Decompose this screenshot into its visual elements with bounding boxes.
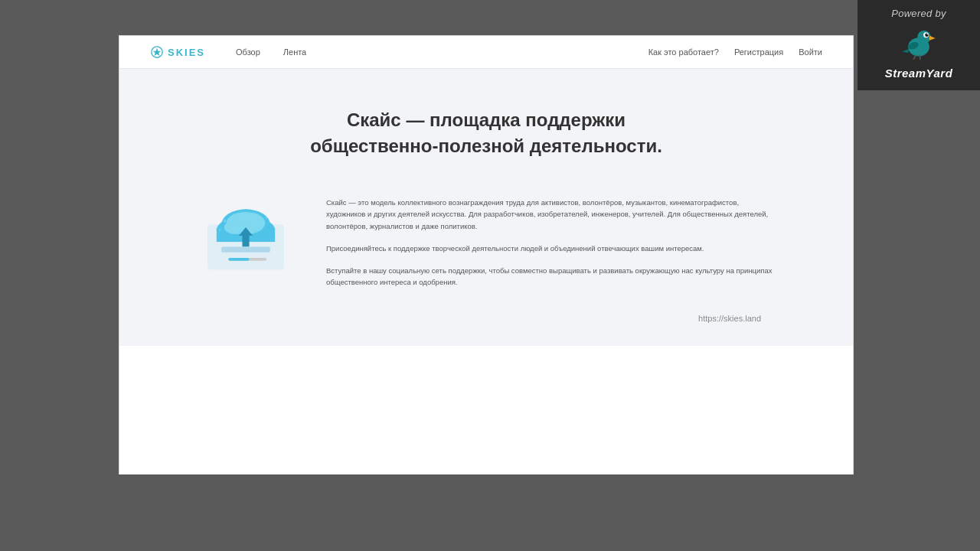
nav-right-links: Как это работает? Регистрация Войти <box>648 47 822 57</box>
nav-link-login[interactable]: Войти <box>799 47 822 57</box>
powered-by-label: Powered by <box>891 8 946 19</box>
paragraph-2: Присоединяйтесь к поддержке творческой д… <box>326 243 776 254</box>
website-url: https://skies.land <box>196 314 776 323</box>
website-content: Скайс — площадка поддержки общественно-п… <box>119 69 853 346</box>
svg-marker-9 <box>902 49 909 53</box>
svg-line-7 <box>913 55 916 60</box>
streamyard-name-label: StreamYard <box>885 67 953 80</box>
website-nav: SKIES Обзор Лента Как это работает? Реги… <box>119 36 853 69</box>
main-heading: Скайс — площадка поддержки общественно-п… <box>196 107 776 158</box>
nav-link-how[interactable]: Как это работает? <box>648 47 719 57</box>
svg-point-1 <box>917 31 930 44</box>
url-text: https://skies.land <box>698 314 761 323</box>
content-section: Скайс — это модель коллективного вознагр… <box>196 197 776 298</box>
nav-left-links: Обзор Лента <box>236 47 648 57</box>
paragraph-1: Скайс — это модель коллективного вознагр… <box>326 197 776 232</box>
website-slide: SKIES Обзор Лента Как это работает? Реги… <box>119 35 854 475</box>
skies-logo-icon <box>150 45 164 59</box>
streamyard-watermark: Powered by StreamYard <box>858 0 980 90</box>
skies-logo: SKIES <box>150 45 205 59</box>
nav-link-overview[interactable]: Обзор <box>236 47 260 57</box>
bottom-area <box>0 474 980 551</box>
cloud-illustration-icon <box>196 197 296 273</box>
content-text: Скайс — это модель коллективного вознагр… <box>326 197 776 298</box>
nav-link-register[interactable]: Регистрация <box>734 47 783 57</box>
skies-logo-text: SKIES <box>168 47 205 58</box>
nav-link-feed[interactable]: Лента <box>283 47 306 57</box>
streamyard-logo: StreamYard <box>885 24 953 80</box>
svg-rect-21 <box>221 247 270 253</box>
heading-line1: Скайс — площадка поддержки <box>347 109 626 130</box>
svg-point-5 <box>927 34 928 34</box>
svg-point-24 <box>266 217 268 219</box>
cloud-illustration-container <box>196 197 296 276</box>
svg-rect-26 <box>228 258 249 261</box>
svg-point-23 <box>219 229 221 231</box>
heading-line2: общественно-полезной деятельности. <box>310 135 662 156</box>
paragraph-3: Вступайте в нашу социальную сеть поддерж… <box>326 265 776 288</box>
svg-marker-2 <box>929 36 936 41</box>
svg-marker-11 <box>153 48 162 56</box>
streamyard-bird-icon <box>899 24 939 64</box>
svg-point-22 <box>224 220 227 223</box>
